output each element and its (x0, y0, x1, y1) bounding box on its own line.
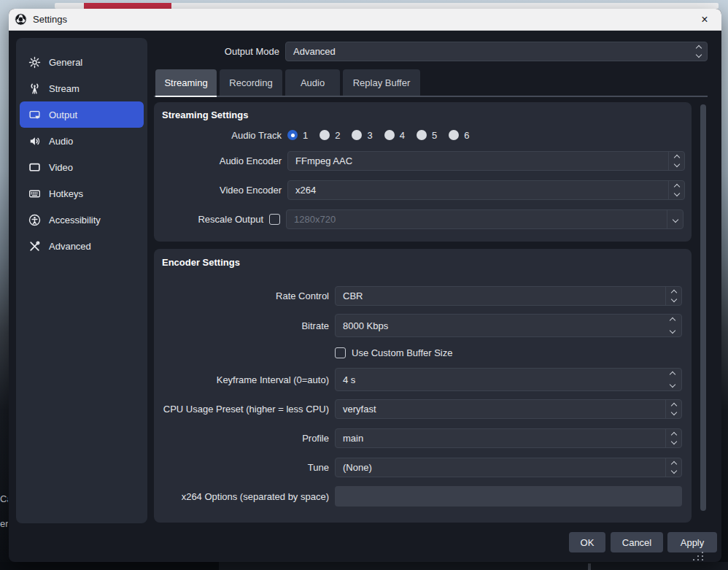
chevron-updown-icon (691, 42, 707, 61)
accessibility-icon (28, 214, 41, 226)
background-main-window-edge (0, 562, 728, 570)
cancel-button[interactable]: Cancel (611, 532, 663, 552)
radio-off-icon[interactable] (384, 130, 395, 140)
x264-options-input[interactable] (335, 486, 682, 507)
sidebar-item-stream[interactable]: Stream (20, 75, 144, 101)
sidebar-item-accessibility[interactable]: Accessibility (20, 207, 144, 233)
output-mode-label: Output Mode (140, 42, 279, 61)
apply-button[interactable]: Apply (667, 532, 717, 552)
spinner-arrows-icon[interactable] (670, 372, 675, 387)
chevron-updown-icon (665, 287, 681, 305)
keyframe-interval-row: Keyframe Interval (0=auto) 4 s (154, 368, 692, 391)
video-encoder-row: Video Encoder x264 (154, 180, 692, 200)
radio-off-icon[interactable] (352, 130, 362, 140)
rescale-output-checkbox[interactable] (269, 214, 280, 225)
audio-track-option-6[interactable]: 6 (449, 130, 469, 141)
ok-button[interactable]: OK (569, 532, 605, 552)
tabs-divider (154, 96, 708, 97)
sidebar-item-output[interactable]: Output (20, 101, 144, 128)
audio-track-option-5[interactable]: 5 (417, 130, 437, 141)
bitrate-spinner[interactable]: 8000 Kbps (335, 314, 682, 337)
spinner-arrows-icon[interactable] (670, 318, 675, 333)
tune-select[interactable]: (None) (335, 458, 682, 477)
tools-icon (28, 240, 41, 253)
keyframe-interval-spinner[interactable]: 4 s (335, 368, 682, 391)
sidebar-item-label: Advanced (49, 241, 91, 252)
bitrate-row: Bitrate 8000 Kbps (154, 314, 692, 337)
radio-on-icon[interactable] (287, 130, 298, 140)
titlebar[interactable]: Settings × (9, 9, 721, 31)
broadcast-icon (28, 82, 41, 95)
rate-control-select[interactable]: CBR (335, 286, 682, 306)
streaming-settings-panel: Streaming Settings Audio Track 1 2 3 4 5… (154, 102, 692, 242)
rescale-output-row: Rescale Output 1280x720 (154, 209, 692, 229)
sidebar-item-audio[interactable]: Audio (20, 128, 144, 154)
audio-track-radio-group: 1 2 3 4 5 6 (287, 130, 481, 141)
background-partial-text: er (0, 518, 8, 529)
rescale-output-label: Rescale Output (154, 214, 263, 225)
sidebar-item-general[interactable]: General (20, 49, 144, 75)
tab-audio[interactable]: Audio (285, 69, 340, 96)
sidebar-item-hotkeys[interactable]: Hotkeys (20, 180, 144, 207)
custom-buffer-checkbox[interactable] (335, 347, 346, 358)
video-encoder-label: Video Encoder (154, 185, 282, 196)
section-title: Encoder Settings (162, 257, 240, 268)
chevron-updown-icon (665, 400, 681, 418)
output-tabs: Streaming Recording Audio Replay Buffer (155, 69, 420, 96)
tab-replay-buffer[interactable]: Replay Buffer (343, 69, 420, 96)
section-title: Streaming Settings (162, 109, 248, 120)
audio-encoder-row: Audio Encoder FFmpeg AAC (154, 151, 692, 171)
sidebar-item-label: Video (49, 162, 73, 173)
tab-recording[interactable]: Recording (220, 69, 282, 96)
active-tab-underline (155, 96, 217, 97)
desktop: Ca er Settings × (0, 0, 728, 570)
cpu-preset-row: CPU Usage Preset (higher = less CPU) ver… (154, 399, 692, 419)
chevron-down-icon (667, 210, 683, 228)
close-button[interactable]: × (694, 10, 716, 29)
rescale-resolution-select[interactable]: 1280x720 (286, 209, 684, 229)
radio-off-icon[interactable] (449, 130, 459, 140)
speaker-icon (28, 135, 41, 147)
radio-off-icon[interactable] (417, 130, 427, 140)
x264-options-row: x264 Options (separated by space) (154, 486, 692, 507)
keyboard-icon (28, 188, 41, 200)
tune-row: Tune (None) (154, 458, 692, 477)
audio-encoder-select[interactable]: FFmpeg AAC (287, 151, 685, 171)
monitor-icon (28, 161, 41, 174)
custom-buffer-row: Use Custom Buffer Size (154, 347, 692, 358)
sidebar-item-video[interactable]: Video (20, 154, 144, 180)
audio-track-option-1[interactable]: 1 (287, 130, 308, 141)
sidebar-item-label: Hotkeys (49, 188, 83, 199)
tune-label: Tune (154, 462, 329, 473)
tab-streaming[interactable]: Streaming (155, 69, 217, 96)
output-screen-icon (28, 109, 41, 121)
chevron-updown-icon (665, 429, 681, 447)
sidebar-item-advanced[interactable]: Advanced (20, 233, 144, 259)
x264-options-label: x264 Options (separated by space) (154, 491, 329, 502)
video-encoder-select[interactable]: x264 (287, 180, 685, 200)
settings-window: Settings × General Stream (9, 9, 721, 562)
profile-select[interactable]: main (335, 428, 682, 448)
audio-track-option-3[interactable]: 3 (352, 130, 372, 141)
sidebar-item-label: General (49, 57, 82, 68)
profile-label: Profile (154, 433, 329, 444)
cpu-preset-label: CPU Usage Preset (higher = less CPU) (154, 404, 329, 415)
resize-grip[interactable] (693, 552, 704, 561)
chevron-updown-icon (668, 152, 684, 170)
radio-off-icon[interactable] (320, 130, 330, 140)
chevron-updown-icon (668, 181, 684, 199)
scrollbar-track[interactable] (700, 102, 707, 523)
custom-buffer-label: Use Custom Buffer Size (352, 347, 452, 358)
cpu-preset-select[interactable]: veryfast (335, 399, 682, 419)
window-body: General Stream Output (9, 31, 721, 561)
scrollbar-thumb[interactable] (700, 104, 706, 511)
output-mode-select[interactable]: Advanced (285, 42, 708, 61)
audio-track-option-2[interactable]: 2 (320, 130, 340, 141)
audio-track-option-4[interactable]: 4 (384, 130, 405, 141)
bitrate-label: Bitrate (154, 320, 329, 331)
background-partial-text: Ca (0, 493, 8, 504)
audio-encoder-label: Audio Encoder (154, 155, 282, 166)
sidebar-item-label: Accessibility (49, 215, 101, 226)
sidebar: General Stream Output (16, 38, 147, 523)
rate-control-label: Rate Control (154, 290, 329, 301)
